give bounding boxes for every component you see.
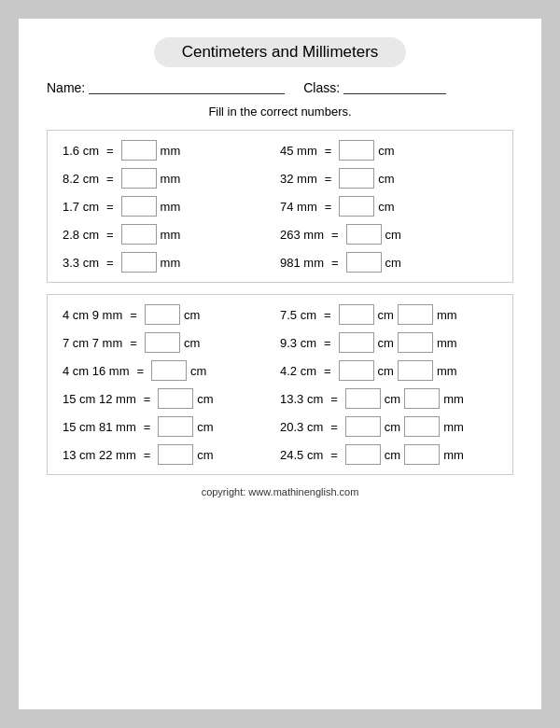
equals: = [137, 364, 145, 378]
section-1: 1.6 cm = mm 45 mm = cm 8.2 cm = mm 32 mm [47, 130, 513, 283]
unit: cm [197, 392, 213, 406]
equals: = [106, 144, 114, 158]
unit-2: mm [443, 392, 464, 406]
left-col: 1.7 cm = mm [63, 196, 280, 217]
answer-box[interactable] [121, 224, 157, 245]
answer-box[interactable] [145, 304, 180, 325]
left-prefix: 15 cm 81 mm [63, 420, 136, 434]
table-row: 7 cm 7 mm = cm 9.3 cm = cm mm [63, 332, 497, 353]
answer-box-2[interactable] [404, 416, 440, 437]
unit: cm [378, 200, 394, 214]
unit: cm [197, 448, 213, 462]
answer-box[interactable] [345, 416, 381, 437]
worksheet-page: Centimeters and Millimeters Name: Class:… [19, 19, 541, 709]
unit-2: mm [437, 308, 457, 322]
right-prefix: 263 mm [280, 228, 324, 242]
unit: mm [161, 228, 181, 242]
answer-box-2[interactable] [404, 388, 440, 409]
right-prefix: 7.5 cm [280, 308, 316, 322]
answer-box[interactable] [339, 196, 374, 217]
answer-box[interactable] [151, 360, 187, 381]
answer-box[interactable] [339, 304, 374, 325]
table-row: 4 cm 9 mm = cm 7.5 cm = cm mm [63, 304, 497, 325]
unit-2: mm [443, 420, 464, 434]
equals: = [144, 448, 151, 462]
answer-box[interactable] [345, 444, 381, 465]
name-class-row: Name: Class: [47, 80, 513, 95]
unit: cm [385, 448, 400, 462]
answer-box[interactable] [346, 224, 382, 245]
right-col: 13.3 cm = cm mm [280, 388, 497, 409]
unit: cm [378, 308, 394, 322]
answer-box[interactable] [339, 332, 374, 353]
answer-box[interactable] [339, 360, 374, 381]
answer-box[interactable] [158, 416, 193, 437]
right-col: 7.5 cm = cm mm [280, 304, 497, 325]
unit: mm [161, 144, 181, 158]
left-prefix: 2.8 cm [63, 228, 99, 242]
right-col: 45 mm = cm [280, 140, 497, 161]
equals: = [330, 420, 338, 434]
left-col: 8.2 cm = mm [63, 168, 280, 189]
answer-box[interactable] [158, 444, 193, 465]
unit: cm [184, 308, 200, 322]
table-row: 3.3 cm = mm 981 mm = cm [63, 252, 497, 273]
answer-box[interactable] [346, 252, 382, 273]
unit: cm [378, 364, 394, 378]
answer-box[interactable] [121, 252, 157, 273]
right-prefix: 32 mm [280, 172, 317, 186]
unit-2: mm [437, 364, 457, 378]
answer-box-2[interactable] [398, 304, 433, 325]
right-prefix: 981 mm [280, 256, 324, 270]
unit: cm [378, 144, 394, 158]
answer-box-2[interactable] [398, 332, 433, 353]
equals: = [330, 448, 338, 462]
left-prefix: 8.2 cm [63, 172, 99, 186]
answer-box[interactable] [121, 196, 157, 217]
equals: = [130, 308, 137, 322]
equals: = [324, 336, 331, 350]
right-col: 32 mm = cm [280, 168, 497, 189]
left-prefix: 7 cm 7 mm [63, 336, 122, 350]
answer-box[interactable] [158, 388, 193, 409]
table-row: 8.2 cm = mm 32 mm = cm [63, 168, 497, 189]
class-line [343, 81, 446, 94]
answer-box[interactable] [145, 332, 180, 353]
unit: mm [161, 200, 181, 214]
unit: mm [161, 256, 181, 270]
table-row: 1.7 cm = mm 74 mm = cm [63, 196, 497, 217]
answer-box[interactable] [339, 140, 374, 161]
equals: = [325, 200, 332, 214]
right-prefix: 45 mm [280, 144, 317, 158]
section-2: 4 cm 9 mm = cm 7.5 cm = cm mm 7 cm 7 mm … [47, 294, 513, 475]
table-row: 13 cm 22 mm = cm 24.5 cm = cm mm [63, 444, 497, 465]
answer-box[interactable] [345, 388, 381, 409]
answer-box-2[interactable] [398, 360, 433, 381]
right-col: 4.2 cm = cm mm [280, 360, 497, 381]
answer-box[interactable] [121, 168, 157, 189]
unit: cm [184, 336, 200, 350]
instruction-text: Fill in the correct numbers. [47, 105, 513, 119]
left-col: 4 cm 16 mm = cm [63, 360, 280, 381]
unit: cm [385, 392, 400, 406]
table-row: 1.6 cm = mm 45 mm = cm [63, 140, 497, 161]
class-label: Class: [303, 80, 340, 95]
equals: = [324, 308, 331, 322]
answer-box[interactable] [339, 168, 374, 189]
equals: = [106, 200, 114, 214]
right-prefix: 13.3 cm [280, 392, 323, 406]
left-col: 15 cm 81 mm = cm [63, 416, 280, 437]
table-row: 15 cm 12 mm = cm 13.3 cm = cm mm [63, 388, 497, 409]
right-col: 9.3 cm = cm mm [280, 332, 497, 353]
equals: = [144, 392, 151, 406]
left-prefix: 4 cm 16 mm [63, 364, 130, 378]
table-row: 4 cm 16 mm = cm 4.2 cm = cm mm [63, 360, 497, 381]
left-col: 1.6 cm = mm [63, 140, 280, 161]
right-prefix: 20.3 cm [280, 420, 323, 434]
left-prefix: 13 cm 22 mm [63, 448, 136, 462]
answer-box[interactable] [121, 140, 157, 161]
right-col: 20.3 cm = cm mm [280, 416, 497, 437]
left-col: 13 cm 22 mm = cm [63, 444, 280, 465]
right-col: 74 mm = cm [280, 196, 497, 217]
answer-box-2[interactable] [404, 444, 440, 465]
